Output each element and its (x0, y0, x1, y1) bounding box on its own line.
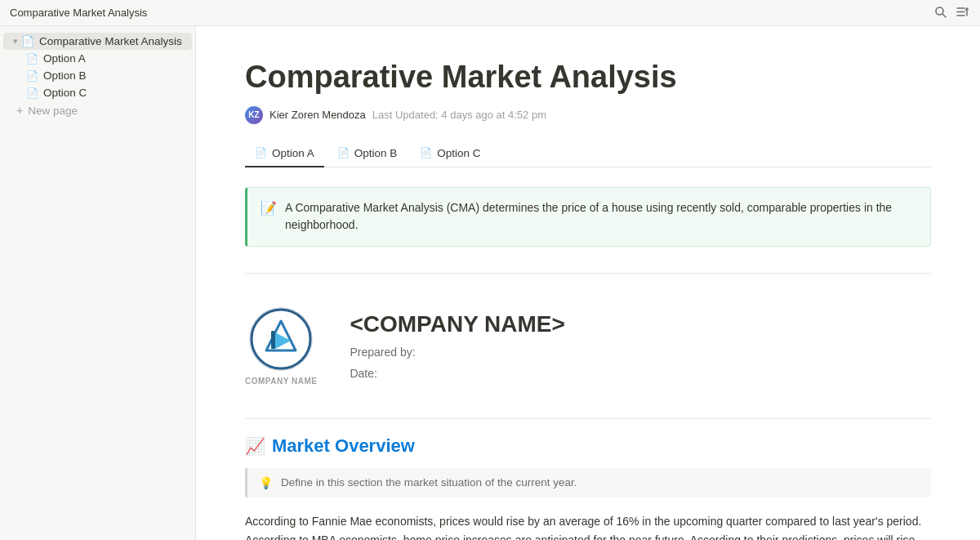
sidebar: ▾ 📄 Comparative Market Analysis 📄 Option… (0, 26, 196, 540)
sidebar-root-label: Comparative Market Analysis (39, 35, 182, 47)
new-page-button[interactable]: + New page (3, 101, 192, 119)
intro-callout: 📝 A Comparative Market Analysis (CMA) de… (245, 187, 931, 247)
market-overview-body: According to Fannie Mae economists, pric… (245, 512, 931, 540)
market-overview-heading: Market Overview (272, 435, 415, 457)
hint-callout: 💡 Define in this section the market situ… (245, 468, 931, 498)
tab-option-c[interactable]: 📄 Option C (410, 141, 490, 167)
divider-1 (245, 273, 931, 274)
search-icon[interactable] (933, 4, 948, 22)
page-title: Comparative Market Analysis (245, 59, 931, 96)
author-name[interactable]: Kier Zoren Mendoza (270, 109, 366, 121)
market-overview-icon: 📈 (245, 436, 265, 456)
tab-a-label: Option A (272, 147, 314, 159)
company-logo (248, 306, 314, 372)
avatar: KZ (245, 106, 263, 124)
layout: ▾ 📄 Comparative Market Analysis 📄 Option… (0, 26, 980, 540)
main-content: Comparative Market Analysis KZ Kier Zore… (196, 26, 980, 540)
tab-c-icon: 📄 (420, 147, 432, 158)
svg-line-1 (943, 14, 947, 17)
callout-text: A Comparative Market Analysis (CMA) dete… (285, 199, 917, 234)
market-overview-section: 📈 Market Overview 💡 Define in this secti… (245, 435, 931, 540)
option-c-icon: 📄 (26, 87, 38, 99)
date-label: Date: (350, 367, 564, 380)
top-bar: Comparative Market Analysis (0, 0, 980, 26)
tab-c-label: Option C (437, 147, 480, 159)
plus-icon: + (16, 104, 23, 117)
callout-icon: 📝 (261, 200, 277, 216)
sidebar-item-label: Option B (43, 69, 87, 82)
top-bar-title: Comparative Market Analysis (10, 7, 147, 19)
option-b-icon: 📄 (26, 70, 38, 82)
hint-text: Define in this section the market situat… (281, 476, 577, 489)
sidebar-item-label: Option A (43, 52, 86, 65)
hint-icon: 💡 (259, 476, 273, 489)
svg-point-0 (936, 7, 943, 15)
top-bar-icons (933, 4, 970, 22)
company-section: COMPANY NAME <COMPANY NAME> Prepared by:… (245, 290, 931, 402)
last-updated: Last Updated: 4 days ago at 4:52 pm (372, 109, 546, 121)
tab-b-icon: 📄 (337, 147, 350, 158)
tabs-row: 📄 Option A 📄 Option B 📄 Option C (245, 141, 931, 167)
tab-option-a[interactable]: 📄 Option A (245, 141, 324, 167)
company-label: COMPANY NAME (245, 377, 317, 386)
layout-toggle-icon[interactable] (955, 4, 970, 22)
divider-2 (245, 418, 931, 419)
sidebar-item-option-a[interactable]: 📄 Option A (3, 50, 192, 67)
chevron-down-icon: ▾ (13, 36, 18, 47)
option-a-icon: 📄 (26, 53, 38, 65)
tab-option-b[interactable]: 📄 Option B (327, 141, 408, 167)
sidebar-item-label: Option C (43, 87, 87, 99)
section-heading: 📈 Market Overview (245, 435, 931, 457)
company-logo-container: COMPANY NAME (245, 306, 317, 386)
meta-row: KZ Kier Zoren Mendoza Last Updated: 4 da… (245, 106, 931, 124)
company-name[interactable]: <COMPANY NAME> (350, 311, 564, 337)
root-page-icon: 📄 (21, 35, 34, 47)
new-page-label: New page (28, 105, 78, 117)
company-info: <COMPANY NAME> Prepared by: Date: (350, 311, 564, 380)
prepared-by-label: Prepared by: (350, 346, 564, 359)
tab-a-icon: 📄 (255, 147, 267, 158)
sidebar-item-root[interactable]: ▾ 📄 Comparative Market Analysis (3, 33, 192, 50)
tab-b-label: Option B (354, 147, 398, 159)
avatar-initials: KZ (248, 110, 259, 119)
sidebar-item-option-b[interactable]: 📄 Option B (3, 67, 192, 84)
svg-rect-8 (271, 331, 275, 349)
sidebar-item-option-c[interactable]: 📄 Option C (3, 84, 192, 101)
